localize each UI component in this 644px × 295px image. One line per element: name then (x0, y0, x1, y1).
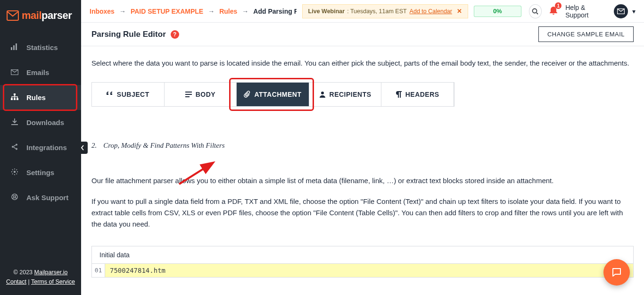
contact-link[interactable]: Contact (6, 278, 26, 285)
sidebar-item-downloads[interactable]: Downloads (0, 110, 81, 135)
breadcrumb-current: Add Parsing Rule (253, 8, 296, 15)
gear-icon (10, 169, 19, 177)
sidebar-item-integrations[interactable]: Integrations (0, 135, 81, 160)
webinar-add-calendar[interactable]: Add to Calendar (410, 8, 452, 15)
svg-rect-5 (14, 93, 16, 95)
sidebar-item-label: Downloads (26, 118, 71, 126)
sidebar-item-settings[interactable]: Settings (0, 160, 81, 185)
logo-text-mail: mail (22, 9, 41, 21)
tab-subject[interactable]: SUBJECT (92, 83, 165, 106)
breadcrumb: Inboxes → PAID SETUP EXAMPLE → Rules → A… (90, 8, 297, 15)
svg-rect-3 (16, 43, 17, 50)
tab-label: HEADERS (405, 91, 439, 98)
sidebar-item-rules[interactable]: Rules (0, 85, 81, 110)
copyright-prefix: © 2023 (14, 269, 34, 276)
logo-text-parser: parser (41, 9, 72, 21)
breadcrumb-item[interactable]: PAID SETUP EXAMPLE (131, 8, 203, 15)
svg-rect-8 (17, 98, 18, 100)
initial-data-row: 01 7500247814.htm (92, 263, 633, 277)
search-button[interactable] (529, 4, 542, 18)
main: Inboxes → PAID SETUP EXAMPLE → Rules → A… (81, 0, 644, 295)
step-2-heading: 2. Crop, Modify & Find Patterns With Fil… (91, 142, 634, 150)
chevron-right-icon: → (242, 8, 248, 15)
tab-label: BODY (196, 91, 215, 98)
webinar-text: : Tuesdays, 11am EST (347, 8, 406, 15)
lifebuoy-icon (10, 194, 19, 202)
sidebar-item-label: Ask Support (26, 194, 71, 202)
topbar: Inboxes → PAID SETUP EXAMPLE → Rules → A… (81, 0, 644, 23)
change-sample-email-button[interactable]: CHANGE SAMPLE EMAIL (538, 26, 634, 42)
sidebar-item-label: Statistics (26, 43, 71, 51)
paragraph: If you want to pull a single data field … (91, 196, 634, 230)
tos-link[interactable]: Terms of Service (31, 278, 75, 285)
sidebar-item-statistics[interactable]: Statistics (0, 35, 81, 60)
svg-point-16 (533, 8, 537, 13)
svg-point-11 (12, 146, 14, 148)
download-icon (10, 118, 19, 126)
webinar-bold: Live Webinar (308, 8, 345, 15)
sidebar-nav: Statistics Emails Rules Downloads (0, 35, 81, 210)
logo-icon (7, 10, 19, 21)
topbar-right: 0% 1 Help & Support (474, 4, 636, 19)
tab-label: SUBJECT (117, 91, 149, 98)
bar-chart-icon (10, 43, 19, 51)
avatar (614, 4, 628, 18)
copyright-link[interactable]: Mailparser.io (34, 269, 68, 276)
intro-text: Select where the data you want to parse … (91, 58, 634, 69)
webinar-banner: Live Webinar : Tuesdays, 11am EST Add to… (302, 4, 468, 18)
svg-point-12 (16, 148, 17, 150)
svg-rect-18 (185, 92, 192, 93)
notification-count: 1 (555, 2, 561, 9)
svg-rect-2 (13, 45, 15, 50)
tab-body[interactable]: BODY (165, 83, 237, 106)
svg-rect-20 (185, 96, 190, 97)
help-support-link[interactable]: Help & Support (565, 4, 606, 19)
page-body: Select where the data you want to parse … (81, 46, 644, 295)
chevron-right-icon: → (119, 8, 126, 15)
chevron-right-icon: → (208, 8, 215, 15)
sidebar-footer: © 2023 Mailparser.io Contact | Terms of … (0, 261, 81, 295)
tab-attachment[interactable]: ATTACHMENT (237, 83, 309, 106)
envelope-icon (617, 8, 625, 14)
sidebar: mailparser Statistics Emails Rules (0, 0, 81, 295)
tab-label: ATTACHMENT (254, 91, 301, 98)
breadcrumb-item[interactable]: Rules (219, 8, 237, 15)
paperclip-icon (244, 91, 250, 98)
notifications-button[interactable]: 1 (549, 5, 558, 17)
tab-recipients[interactable]: RECIPIENTS (309, 83, 382, 106)
initial-data-value: 7500247814.htm (105, 264, 633, 277)
svg-point-15 (14, 196, 16, 198)
footer-separator: | (26, 278, 31, 285)
sidebar-item-emails[interactable]: Emails (0, 60, 81, 85)
svg-point-13 (14, 171, 16, 173)
step-number: 2. (91, 142, 97, 150)
chat-bubble-icon (611, 267, 622, 278)
initial-data-label: Initial data (92, 246, 633, 263)
help-icon[interactable]: ? (171, 30, 179, 39)
paragraph: Our file attachment parser allows you to… (91, 175, 634, 186)
breadcrumb-item[interactable]: Inboxes (90, 8, 115, 15)
svg-rect-19 (185, 94, 192, 95)
step-title: Crop, Modify & Find Patterns With Filter… (103, 142, 224, 150)
text-lines-icon (185, 92, 192, 97)
svg-rect-1 (11, 47, 12, 50)
account-menu[interactable] (614, 4, 636, 18)
tab-label: RECIPIENTS (330, 91, 372, 98)
parse-source-tabs: SUBJECT BODY ATTACHMENT RECIPIENTS HEADE… (91, 82, 454, 107)
usage-percentage-badge[interactable]: 0% (474, 6, 521, 17)
share-nodes-icon (10, 143, 19, 152)
initial-data-panel: Initial data 01 7500247814.htm (91, 246, 634, 278)
sidebar-item-label: Rules (26, 93, 71, 101)
user-icon (319, 91, 326, 98)
sidebar-item-label: Integrations (26, 143, 71, 152)
webinar-close[interactable]: ✕ (457, 8, 462, 15)
logo[interactable]: mailparser (0, 0, 81, 35)
tab-headers[interactable]: HEADERS (381, 83, 454, 106)
quote-icon (107, 92, 113, 97)
svg-rect-6 (11, 98, 13, 100)
sidebar-item-asksupport[interactable]: Ask Support (0, 185, 81, 210)
chat-fab[interactable] (603, 259, 630, 286)
pilcrow-icon (396, 91, 402, 98)
envelope-icon (10, 68, 19, 76)
svg-rect-7 (14, 98, 16, 100)
